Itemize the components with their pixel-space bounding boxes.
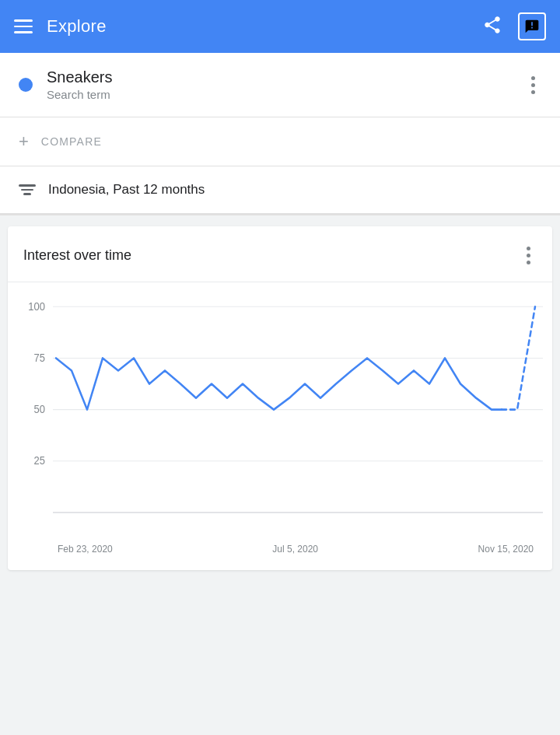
hamburger-menu-icon[interactable] [14, 19, 33, 33]
filter-row[interactable]: Indonesia, Past 12 months [0, 166, 560, 215]
feedback-icon[interactable] [518, 12, 546, 40]
search-term-dot [19, 78, 33, 92]
x-axis-labels: Feb 23, 2020 Jul 5, 2020 Nov 15, 2020 [16, 539, 544, 555]
share-icon[interactable] [482, 15, 502, 38]
chart-title: Interest over time [23, 247, 131, 264]
search-term-left: Sneakers Search term [19, 68, 113, 101]
app-bar-title: Explore [47, 16, 107, 37]
filter-icon [19, 184, 36, 195]
svg-text:50: 50 [34, 403, 45, 415]
app-bar: Explore [0, 0, 560, 53]
x-label-end: Nov 15, 2020 [478, 544, 534, 555]
svg-text:100: 100 [28, 300, 45, 312]
trend-line-solid [56, 358, 502, 409]
filter-text: Indonesia, Past 12 months [48, 182, 205, 198]
plus-icon: + [19, 133, 29, 150]
svg-text:75: 75 [34, 352, 45, 363]
search-term-type: Search term [47, 88, 113, 101]
search-term-name: Sneakers [47, 68, 113, 86]
app-bar-left: Explore [14, 16, 107, 37]
compare-row[interactable]: + COMPARE [0, 117, 560, 166]
svg-text:25: 25 [34, 455, 45, 467]
app-bar-actions [482, 12, 546, 40]
search-term-more-button[interactable] [525, 70, 541, 100]
search-term-row: Sneakers Search term [0, 53, 560, 117]
chart-card: Interest over time 100 75 50 25 [8, 226, 552, 570]
search-term-info: Sneakers Search term [47, 68, 113, 101]
x-label-mid: Jul 5, 2020 [272, 544, 318, 555]
chart-more-button[interactable] [520, 240, 537, 271]
trend-line-chart: 100 75 50 25 [16, 290, 544, 539]
chart-header: Interest over time [8, 226, 552, 282]
chart-body: 100 75 50 25 Feb 23, 2020 Jul 5, 2020 No… [8, 282, 552, 570]
x-label-start: Feb 23, 2020 [58, 544, 113, 555]
compare-label: COMPARE [41, 135, 102, 148]
chart-svg-wrapper: 100 75 50 25 [16, 290, 544, 539]
